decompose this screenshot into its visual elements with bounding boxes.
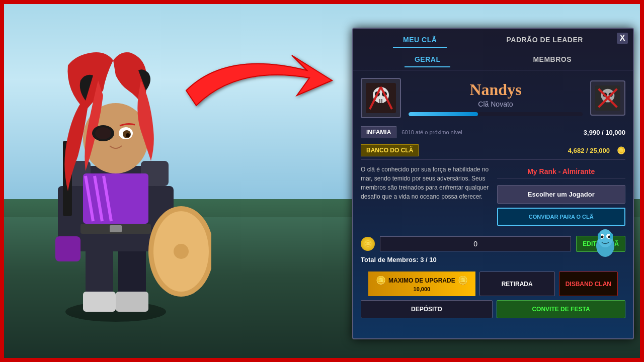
- clan-progress-bar: [409, 112, 478, 116]
- clan-emblem-right: [590, 80, 625, 116]
- svg-rect-52: [610, 233, 613, 239]
- members-row: Total de Membros: 3 / 10: [361, 256, 625, 263]
- infamy-row: INFAMIA 6010 até o próximo nível 3,990 /…: [353, 123, 633, 141]
- game-panel: MEU CLÃ PADRÃO DE LEADER X GERAL MEMBROS…: [352, 28, 634, 339]
- tab-meu-cla[interactable]: MEU CLÃ: [393, 33, 447, 48]
- tab-row-1: MEU CLÃ PADRÃO DE LEADER X: [353, 29, 633, 48]
- svg-rect-4: [116, 292, 148, 312]
- clan-info-row: Nandys Clã Novato: [353, 70, 633, 123]
- deposito-row: DEPÓSITO CONVITE DE FESTA: [361, 300, 625, 321]
- clan-subtitle: Clã Novato: [478, 100, 513, 108]
- invite-button[interactable]: CONVIDAR PARA O CLÃ: [497, 208, 626, 226]
- svg-point-20: [174, 244, 189, 259]
- infamy-value: 3,990 / 10,000: [584, 129, 625, 136]
- rank-label: My Rank - Almirante: [497, 165, 626, 178]
- upgrade-badge[interactable]: 🪙 MAXIMO DE UPGRADE 🪙 10,000: [368, 272, 475, 296]
- deposito-button[interactable]: DEPÓSITO: [361, 300, 493, 318]
- clan-name-block: Nandys Clã Novato: [409, 80, 583, 116]
- creature-icon: [593, 228, 618, 260]
- clan-description: O clã é conhecido por sua força e habili…: [361, 165, 490, 226]
- choose-player-button[interactable]: Escolher um Jogador: [497, 185, 626, 204]
- upgrade-value: 10,000: [414, 286, 431, 292]
- banco-value: 4,682 / 25,000: [568, 147, 610, 154]
- coin-input[interactable]: [380, 236, 571, 251]
- tab-membros[interactable]: MEMBROS: [523, 52, 582, 67]
- clan-name: Nandys: [469, 80, 521, 99]
- clan-emblem-left: [361, 78, 401, 118]
- right-actions: My Rank - Almirante Escolher um Jogador …: [497, 165, 626, 226]
- retirada-button[interactable]: RETIRADA: [479, 272, 555, 296]
- character: [20, 50, 211, 332]
- svg-rect-15: [55, 236, 80, 261]
- svg-rect-51: [598, 233, 601, 239]
- svg-rect-13: [110, 225, 122, 232]
- clan-progress-bar-container: [409, 112, 583, 116]
- tab-padrao-leader[interactable]: PADRÃO DE LEADER: [496, 33, 593, 48]
- coin-input-row: 🪙 EDITAR CLÃ: [361, 236, 625, 252]
- convite-festa-button[interactable]: CONVITE DE FESTA: [497, 300, 625, 318]
- infamy-desc: 6010 até o próximo nível: [401, 129, 579, 135]
- svg-point-28: [126, 133, 130, 137]
- svg-point-49: [601, 236, 604, 238]
- tab-row-2: GERAL MEMBROS: [353, 50, 633, 70]
- tab-geral[interactable]: GERAL: [405, 52, 451, 67]
- svg-point-25: [95, 127, 111, 139]
- bottom-section: 🪙 EDITAR CLÃ Total de Membros: 3 / 10 🪙 …: [353, 231, 633, 326]
- banco-row: BANCO DO CLÃ 4,682 / 25,000 🪙: [353, 141, 633, 159]
- coin-symbol: 🪙: [617, 146, 625, 154]
- svg-rect-3: [83, 292, 116, 312]
- bottom-buttons: 🪙 MAXIMO DE UPGRADE 🪙 10,000 RETIRADA DI…: [361, 267, 625, 300]
- close-button[interactable]: X: [617, 33, 628, 44]
- content-split: O clã é conhecido por sua força e habili…: [353, 160, 633, 231]
- upgrade-label: MAXIMO DE UPGRADE: [388, 277, 455, 284]
- svg-rect-33: [378, 99, 384, 103]
- disband-clan-button[interactable]: DISBAND CLAN: [559, 272, 618, 296]
- members-count: Total de Membros: 3 / 10: [361, 256, 437, 263]
- banco-label: BANCO DO CLÃ: [361, 144, 419, 156]
- infamy-label: INFAMIA: [361, 126, 396, 138]
- coin-icon: 🪙: [361, 237, 375, 251]
